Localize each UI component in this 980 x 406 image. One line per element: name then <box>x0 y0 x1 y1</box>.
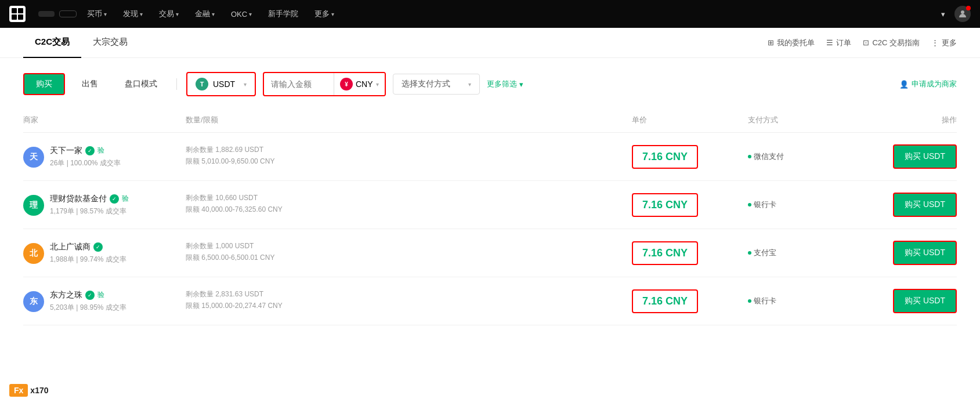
payment-chevron: ▾ <box>468 81 471 88</box>
nav-finance[interactable]: 金融 ▾ <box>189 9 220 19</box>
sell-button[interactable]: 出售 <box>72 74 108 95</box>
notification-dot <box>966 6 971 10</box>
amount-input-wrap: ¥ CNY ▾ <box>263 72 386 96</box>
price-value-1: 7.16 CNY <box>632 193 698 217</box>
merchant-name-1: 理财贷款基金付 ✓ 验 <box>50 194 129 204</box>
merchant-name-3: 东方之珠 ✓ 验 <box>50 290 126 300</box>
orders-link[interactable]: ☰ 订单 <box>826 38 851 48</box>
col-action: 操作 <box>864 115 957 125</box>
user-avatar[interactable] <box>954 6 971 22</box>
svg-rect-2 <box>12 14 17 20</box>
top-navigation: 买币 ▾ 发现 ▾ 交易 ▾ 金融 ▾ OKC ▾ 新手学院 更多 ▾ ▾ <box>0 0 980 28</box>
merchant-avatar-3: 东 <box>23 291 44 312</box>
verified-badge-0: ✓ <box>85 146 95 155</box>
usdt-icon: T <box>196 78 208 90</box>
buy-usdt-button-2[interactable]: 购买 USDT <box>893 241 957 265</box>
crypto-label: USDT <box>213 79 235 89</box>
limit-value-0: 5,010.00-9,650.00 CNY <box>201 157 274 165</box>
more-filter-btn[interactable]: 更多筛选 ▾ <box>487 79 523 89</box>
price-cell-1: 7.16 CNY <box>632 193 748 217</box>
tab-c2c[interactable]: C2C交易 <box>23 28 81 58</box>
web3-wallet-tab[interactable] <box>59 10 77 17</box>
secondary-nav-right: ⊞ 我的委托单 ☰ 订单 ⊡ C2C 交易指南 ⋮ 更多 <box>768 38 957 48</box>
nav-more[interactable]: 更多 ▾ <box>309 9 340 19</box>
limit-label-1: 限额 40,000.00-76,325.60 CNY <box>186 205 632 215</box>
trade-table: 天 天下一家 ✓ 验 26单 | 100.00% 成交率 剩余数量 1,882.… <box>23 133 957 325</box>
more-filter-chevron: ▾ <box>519 80 523 89</box>
logo-icon <box>9 6 26 22</box>
svg-rect-1 <box>18 8 23 13</box>
bottom-brand: Fx x170 <box>9 384 49 397</box>
nav-buy[interactable]: 买币 ▾ <box>81 9 113 19</box>
merchant-avatar-0: 天 <box>23 147 44 168</box>
merchant-avatar-2: 北 <box>23 243 44 264</box>
payment-method-3: 银行卡 <box>754 296 776 306</box>
merchant-stats-2: 1,988单 | 99.74% 成交率 <box>50 255 126 264</box>
fx-text: x170 <box>30 386 48 395</box>
remaining-value-0: 1,882.69 USDT <box>215 146 263 154</box>
col-payment: 支付方式 <box>748 115 864 125</box>
table-row: 北 北上广诚商 ✓ 1,988单 | 99.74% 成交率 剩余数量 1,000… <box>23 229 957 277</box>
nav-right: ▾ <box>939 6 971 22</box>
merchant-name-0: 天下一家 ✓ 验 <box>50 146 121 156</box>
payment-method-2: 支付宝 <box>754 248 776 258</box>
main-content: 购买 出售 盘口模式 T USDT ▾ ¥ CNY ▾ 选择支付方式 ▾ 更多筛… <box>0 58 980 406</box>
remaining-value-1: 10,660 USDT <box>215 194 258 202</box>
payment-method-1: 银行卡 <box>754 200 776 210</box>
payment-dot-1 <box>748 203 751 206</box>
limit-label-2: 限额 6,500.00-6,500.01 CNY <box>186 253 632 263</box>
payment-cell-2: 支付宝 <box>748 248 864 258</box>
amount-input[interactable] <box>264 75 334 93</box>
nav-okc[interactable]: OKC ▾ <box>225 10 258 19</box>
asset-management-btn[interactable]: ▾ <box>939 10 945 19</box>
payment-dot-3 <box>748 299 751 303</box>
crypto-select[interactable]: T USDT ▾ <box>186 72 256 96</box>
merchant-cell-2: 北 北上广诚商 ✓ 1,988单 | 99.74% 成交率 <box>23 242 186 264</box>
nav-trade[interactable]: 交易 ▾ <box>153 9 185 19</box>
limit-value-1: 40,000.00-76,325.60 CNY <box>201 205 282 213</box>
nav-academy[interactable]: 新手学院 <box>262 9 304 19</box>
price-value-2: 7.16 CNY <box>632 241 698 265</box>
filter-bar: 购买 出售 盘口模式 T USDT ▾ ¥ CNY ▾ 选择支付方式 ▾ 更多筛… <box>23 72 957 96</box>
more-link[interactable]: ⋮ 更多 <box>931 38 957 48</box>
table-header: 商家 数量/限额 单价 支付方式 操作 <box>23 110 957 133</box>
table-row: 理 理财贷款基金付 ✓ 验 1,179单 | 98.57% 成交率 剩余数量 1… <box>23 181 957 229</box>
buy-usdt-button-3[interactable]: 购买 USDT <box>893 289 957 313</box>
limit-value-3: 15,000.00-20,274.47 CNY <box>201 302 282 310</box>
exchange-tab[interactable] <box>38 11 55 17</box>
currency-select[interactable]: ¥ CNY ▾ <box>334 73 385 95</box>
verified-badge-1: ✓ <box>110 194 119 204</box>
svg-rect-3 <box>18 14 23 20</box>
merchant-stats-1: 1,179单 | 98.57% 成交率 <box>50 206 129 216</box>
svg-point-4 <box>961 10 964 14</box>
my-orders-link[interactable]: ⊞ 我的委托单 <box>768 38 815 48</box>
verify-tag-0[interactable]: 验 <box>97 146 104 155</box>
remaining-value-3: 2,831.63 USDT <box>215 290 263 298</box>
apply-merchant-link[interactable]: 👤 申请成为商家 <box>899 79 957 89</box>
tab-bulk[interactable]: 大宗交易 <box>81 28 139 58</box>
payment-cell-3: 银行卡 <box>748 296 864 306</box>
buy-button[interactable]: 购买 <box>23 73 65 95</box>
buy-usdt-button-0[interactable]: 购买 USDT <box>893 144 957 169</box>
merchant-cell-3: 东 东方之珠 ✓ 验 5,203单 | 98.95% 成交率 <box>23 290 186 313</box>
remaining-value-2: 1,000 USDT <box>215 242 254 250</box>
currency-label: CNY <box>356 79 373 89</box>
nav-discover[interactable]: 发现 ▾ <box>117 9 149 19</box>
payment-method-select[interactable]: 选择支付方式 ▾ <box>393 74 480 95</box>
action-cell-1: 购买 USDT <box>864 193 957 217</box>
limit-label-3: 限额 15,000.00-20,274.47 CNY <box>186 301 632 311</box>
market-mode-button[interactable]: 盘口模式 <box>115 74 167 95</box>
logo[interactable] <box>9 6 29 22</box>
verify-tag-1[interactable]: 验 <box>122 194 129 204</box>
verify-tag-3[interactable]: 验 <box>97 290 104 300</box>
cny-icon: ¥ <box>340 78 353 90</box>
c2c-guide-link[interactable]: ⊡ C2C 交易指南 <box>863 38 920 48</box>
buy-usdt-button-1[interactable]: 购买 USDT <box>893 193 957 217</box>
merchant-stats-3: 5,203单 | 98.95% 成交率 <box>50 303 126 313</box>
amount-cell-1: 剩余数量 10,660 USDT 限额 40,000.00-76,325.60 … <box>186 193 632 216</box>
payment-placeholder: 选择支付方式 <box>402 79 450 89</box>
col-amount: 数量/限额 <box>186 115 632 125</box>
limit-value-2: 6,500.00-6,500.01 CNY <box>201 253 274 262</box>
amount-cell-2: 剩余数量 1,000 USDT 限额 6,500.00-6,500.01 CNY <box>186 241 632 264</box>
svg-rect-0 <box>12 8 17 13</box>
